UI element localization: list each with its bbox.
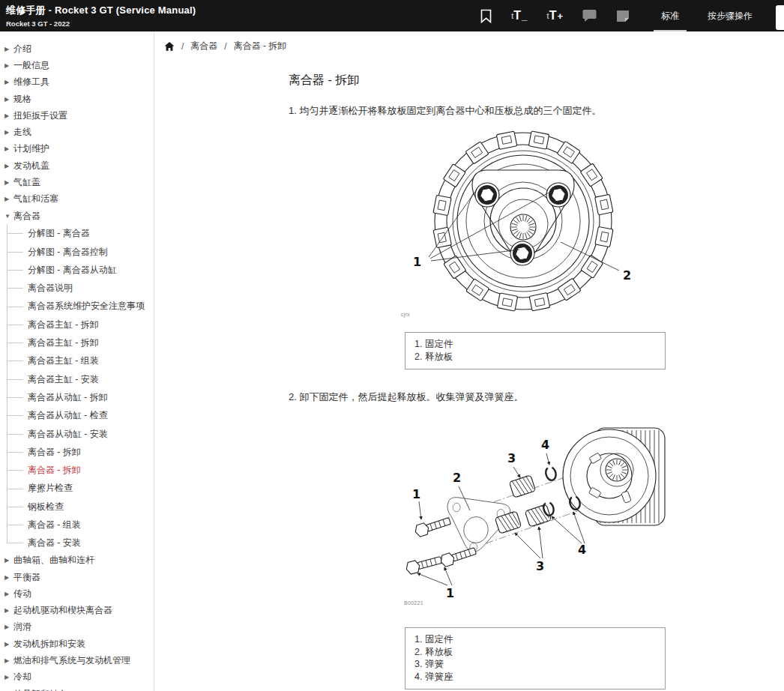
sidebar-item[interactable]: ▼离合器 [0,208,154,224]
sidebar-item[interactable]: ▶传动 [0,585,154,602]
bookmark-icon[interactable] [480,9,492,23]
figure-clutch-exploded-view: 1 2 3 4 3 4 1 B00221 [401,416,754,611]
chevron-right-icon: ▶ [4,112,13,119]
view-mode-tabs: 标准按步骤操作 [660,1,754,31]
sidebar-item[interactable]: ▶平衡器 [0,569,154,585]
chevron-right-icon: ▶ [4,163,13,169]
sidebar-item[interactable]: ▶计划维护 [0,141,154,157]
sidebar-item-label: 离合器 [13,210,40,223]
sidebar-item-label: 一般信息 [13,59,49,72]
sidebar-subitem[interactable]: 摩擦片检查 [7,479,154,497]
breadcrumb-item[interactable]: 离合器 [190,40,217,52]
home-icon[interactable] [164,41,175,52]
chevron-down-icon: ▼ [4,213,13,220]
figure-label: 4 [578,543,586,557]
sidebar-item[interactable]: ▶气缸和活塞 [0,191,154,208]
chevron-right-icon: ▶ [4,196,13,202]
figure-label: 2 [453,471,461,485]
legend-item: 2. 释放板 [414,351,656,363]
sidebar-item-label: 发动机拆卸和安装 [13,638,85,651]
sidebar-subitem[interactable]: 离合器主缸 - 组装 [7,351,154,369]
sidebar-subitem[interactable]: 离合器主缸 - 拆卸 [7,334,154,351]
chevron-right-icon: ▶ [4,557,13,564]
chevron-right-icon: ▶ [4,641,13,648]
app-subtitle: Rocket 3 GT - 2022 [6,19,196,28]
sidebar-item-label: 维修工具 [13,76,49,88]
sidebar-item[interactable]: ▶发动机盖 [0,157,154,174]
sidebar-item-label: 平衡器 [13,571,40,584]
note-icon[interactable] [616,10,630,22]
sidebar-subitem[interactable]: 离合器 - 拆卸 [7,443,154,461]
sidebar-item[interactable]: ▶维修工具 [0,74,154,91]
sidebar-item-label: 燃油和排气系统与发动机管理 [13,654,130,667]
sidebar-subitem[interactable]: 分解图 - 离合器控制 [7,243,154,261]
sidebar-item[interactable]: ▶规格 [0,91,154,107]
sidebar-item-label: 传动 [13,588,31,600]
sidebar-item-label: 气缸和活塞 [13,193,58,205]
sidebar-item-label: 发动机盖 [13,160,49,172]
sidebar-item[interactable]: ▶走线 [0,124,154,140]
figure-caption: B00221 [404,600,423,606]
step-2-text: 2. 卸下固定件，然后提起释放板。收集弹簧及弹簧座。 [289,390,754,404]
sidebar-subitem[interactable]: 钢板检查 [7,498,154,516]
sidebar-item[interactable]: ▶介绍 [0,40,154,57]
sidebar-subitem[interactable]: 离合器系统维护安全注意事项 [7,297,154,315]
comment-icon[interactable] [582,9,597,22]
sidebar-item[interactable]: ▶扭矩扳手设置 [0,107,154,124]
sidebar-subitem[interactable]: 离合器从动缸 - 安装 [7,425,154,443]
sidebar-item[interactable]: ▶润滑 [0,619,154,636]
sidebar-subitem[interactable]: 离合器说明 [7,279,154,297]
sidebar-subitem[interactable]: 离合器主缸 - 安装 [7,370,154,388]
font-decrease-button[interactable]: tT_ [511,9,527,22]
chevron-right-icon: ▶ [4,62,13,69]
sidebar-subitem[interactable]: 离合器主缸 - 拆卸 [7,316,154,334]
chevron-right-icon: ▶ [4,179,13,186]
chevron-right-icon: ▶ [4,657,13,664]
legend-item: 1. 固定件 [414,338,656,351]
sidebar-subitem[interactable]: 分解图 - 离合器从动缸 [7,261,154,279]
sidebar-subitem[interactable]: 离合器从动缸 - 检查 [7,406,154,424]
chevron-right-icon: ▶ [4,607,13,614]
sidebar-item[interactable]: ▶燃油和排气系统与发动机管理 [0,652,154,669]
app-title: 维修手册 - Rocket 3 GT (Service Manual) [6,4,196,17]
sidebar-item-label: 扭矩扳手设置 [13,109,67,122]
page-title: 离合器 - 拆卸 [289,73,754,88]
chevron-right-icon: ▶ [4,591,13,597]
chevron-right-icon: ▶ [4,674,13,681]
figure-clutch-front-view: 1 2 cjrx [401,130,754,322]
edge-panel-handle[interactable] [776,5,784,30]
chevron-right-icon: ▶ [4,129,13,136]
legend-item: 3. 弹簧 [414,658,656,671]
sidebar-item-label: 曲轴箱、曲轴和连杆 [13,554,94,567]
step-1-text: 1. 均匀并逐渐松开将释放板固定到离合器中心和压板总成的三个固定件。 [289,104,754,118]
sidebar-item[interactable]: ▶一般信息 [0,57,154,73]
header-tab[interactable]: 按步骤操作 [706,1,754,31]
sidebar-item[interactable]: ▶前悬架和转向 [0,686,154,691]
chevron-right-icon: ▶ [4,624,13,630]
sidebar-item[interactable]: ▶冷却 [0,669,154,686]
toc-sidebar: ▶介绍▶一般信息▶维修工具▶规格▶扭矩扳手设置▶走线▶计划维护▶发动机盖▶气缸盖… [0,31,154,691]
figure-label: 3 [507,451,516,465]
sidebar-item-label: 走线 [13,126,31,139]
legend-box: 1. 固定件2. 释放板3. 弹簧4. 弹簧座 [405,627,666,690]
figure-label: 1 [446,586,454,600]
sidebar-subitem[interactable]: 离合器从动缸 - 拆卸 [7,388,154,406]
sidebar-item[interactable]: ▶起动机驱动和楔块离合器 [0,603,154,619]
chevron-right-icon: ▶ [4,574,13,581]
figure-label: 2 [623,268,631,283]
breadcrumb-item[interactable]: 离合器 - 拆卸 [234,40,287,52]
legend-item: 4. 弹簧座 [414,671,656,684]
sidebar-item[interactable]: ▶气缸盖 [0,174,154,190]
sidebar-subitem[interactable]: 分解图 - 离合器 [7,224,154,242]
sidebar-subitem[interactable]: 离合器 - 组装 [7,516,154,534]
figure-label: 3 [536,559,544,573]
legend-item: 1. 固定件 [414,633,656,646]
sidebar-subitem[interactable]: 离合器 - 安装 [7,534,154,552]
figure-caption: cjrx [401,312,410,318]
legend-item: 2. 释放板 [414,646,656,659]
font-increase-button[interactable]: tT+ [546,9,563,22]
sidebar-item[interactable]: ▶曲轴箱、曲轴和连杆 [0,552,154,569]
sidebar-item[interactable]: ▶发动机拆卸和安装 [0,636,154,652]
header-tab[interactable]: 标准 [660,1,681,31]
sidebar-subitem[interactable]: 离合器 - 拆卸 [7,461,154,479]
